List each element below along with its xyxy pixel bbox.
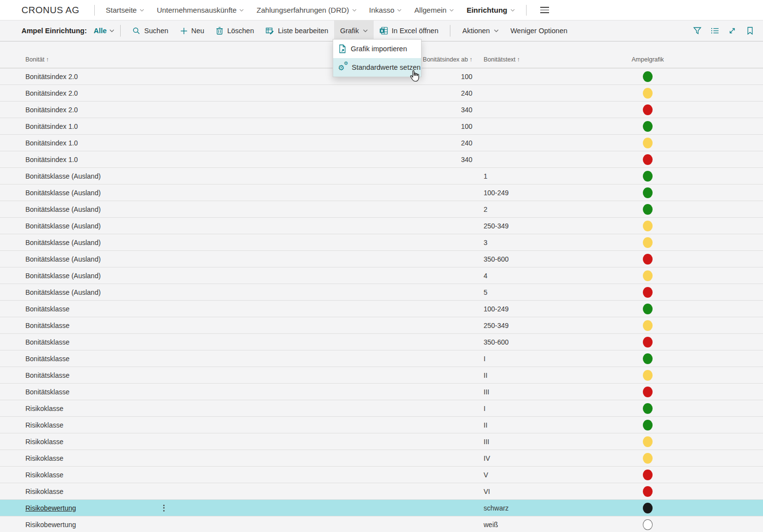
bookmark-icon xyxy=(747,27,753,35)
cell-bonitaet: Bonitätsklasse (Ausland) xyxy=(21,189,143,197)
cell-ampelgrafik xyxy=(586,370,709,381)
table-row[interactable]: Bonitätsklasse (Ausland)2 xyxy=(0,201,763,218)
cell-ampelgrafik xyxy=(586,71,709,82)
table-row[interactable]: RisikoklasseII xyxy=(0,417,763,433)
traffic-light-red-icon xyxy=(643,337,653,348)
table-row[interactable]: Bonitätsklasse (Ausland)1 xyxy=(0,168,763,184)
menu-item-standardwerte-setzen[interactable]: ⚙⚙Standardwerte setzen xyxy=(333,58,421,77)
table-row[interactable]: RisikoklasseI xyxy=(0,400,763,417)
table-row[interactable]: Bonitätsklasse (Ausland)350-600 xyxy=(0,251,763,267)
table-row[interactable]: Risikobewertungschwarz xyxy=(0,500,763,516)
table-row[interactable]: BonitätsklasseI xyxy=(0,350,763,367)
sort-ascending-icon: ↑ xyxy=(46,56,49,63)
table-row[interactable]: Bonitätsklasse100-249 xyxy=(0,301,763,317)
column-header-bonitaetstext[interactable]: Bonitätstext↑ xyxy=(472,56,586,63)
nav-item-allgemein[interactable]: Allgemein xyxy=(414,6,454,14)
nav-item-einrichtung[interactable]: Einrichtung xyxy=(466,6,514,14)
cell-bonitaetsindex-ab: 240 xyxy=(184,139,472,147)
nav-item-startseite[interactable]: Startseite xyxy=(106,6,144,14)
table-row[interactable]: Bonitätsklasse250-349 xyxy=(0,317,763,334)
cell-ampelgrafik xyxy=(586,154,709,165)
edit-list-button[interactable]: Liste bearbeiten xyxy=(260,20,334,41)
cell-bonitaet: Bonitätsindex 1.0 xyxy=(21,139,143,147)
table-row[interactable]: Bonitätsindex 2.0340 xyxy=(0,102,763,118)
table-row[interactable]: Bonitätsindex 1.0100 xyxy=(0,118,763,135)
company-brand[interactable]: CRONUS AG xyxy=(21,5,80,16)
table-row[interactable]: Bonitätsindex 2.0240 xyxy=(0,85,763,102)
traffic-light-red-icon xyxy=(643,254,653,265)
column-header-ampelgrafik[interactable]: Ampelgrafik xyxy=(632,56,664,63)
new-button[interactable]: Neu xyxy=(174,20,211,41)
table-row[interactable]: Bonitätsklasse350-600 xyxy=(0,334,763,350)
cell-bonitaet: Bonitätsklasse xyxy=(21,305,143,313)
bookmark-button[interactable] xyxy=(742,23,757,38)
table-row[interactable]: Bonitätsklasse (Ausland)3 xyxy=(0,234,763,251)
list-view-button[interactable] xyxy=(707,23,722,38)
cell-bonitaetstext: 4 xyxy=(472,272,586,280)
fewer-options-button[interactable]: Weniger Optionen xyxy=(505,20,573,41)
table-row[interactable]: BonitätsklasseII xyxy=(0,367,763,384)
cell-ampelgrafik xyxy=(586,104,709,115)
menu-item-grafik-importieren[interactable]: Grafik importieren xyxy=(333,40,421,58)
cell-bonitaetsindex-ab: 100 xyxy=(184,73,472,81)
table-row[interactable]: BonitätsklasseIII xyxy=(0,384,763,400)
cell-bonitaetsindex-ab: 340 xyxy=(184,106,472,114)
cell-bonitaet: Bonitätsindex 2.0 xyxy=(21,89,143,97)
nav-item-inkasso[interactable]: Inkasso xyxy=(369,6,402,14)
table-row[interactable]: RisikoklasseV xyxy=(0,467,763,483)
traffic-light-green-icon xyxy=(643,171,653,182)
cell-bonitaetstext: schwarz xyxy=(472,504,586,512)
table-row[interactable]: RisikoklasseIV xyxy=(0,450,763,467)
table-row[interactable]: Bonitätsindex 1.0340 xyxy=(0,151,763,168)
top-navigation: CRONUS AG StartseiteUnternehmensauskünft… xyxy=(0,0,763,20)
cell-bonitaet[interactable]: Risikobewertung xyxy=(21,504,143,512)
table-row[interactable]: RisikoklasseIII xyxy=(0,433,763,450)
traffic-light-green-icon xyxy=(643,353,653,364)
table-row[interactable]: Bonitätsklasse (Ausland)250-349 xyxy=(0,218,763,234)
row-more-options-icon[interactable] xyxy=(163,505,165,512)
table-row[interactable]: Bonitätsklasse (Ausland)5 xyxy=(0,284,763,301)
delete-button[interactable]: Löschen xyxy=(210,20,260,41)
chevron-down-icon xyxy=(510,9,515,12)
trash-icon xyxy=(216,27,223,35)
cell-bonitaetstext: 250-349 xyxy=(472,322,586,329)
cell-bonitaet: Bonitätsklasse (Ausland) xyxy=(21,255,143,263)
cell-ampelgrafik xyxy=(586,287,709,298)
cell-ampelgrafik xyxy=(586,237,709,248)
nav-divider xyxy=(94,5,95,16)
chevron-down-icon xyxy=(397,9,402,12)
hamburger-menu-icon[interactable] xyxy=(537,5,552,15)
table-row[interactable]: Bonitätsindex 1.0240 xyxy=(0,135,763,151)
view-filter-dropdown[interactable]: Alle xyxy=(94,27,115,35)
table-row[interactable]: Bonitätsklasse (Ausland)100-249 xyxy=(0,184,763,201)
cell-bonitaetstext: I xyxy=(472,405,586,412)
cell-bonitaetstext: I xyxy=(472,355,586,363)
cell-bonitaetstext: 350-600 xyxy=(472,255,586,263)
expand-button[interactable] xyxy=(725,23,740,38)
table-row[interactable]: RisikoklasseVI xyxy=(0,483,763,500)
page-content: Ampel Einrichtung: Alle Suchen Neu Lösch… xyxy=(0,20,763,532)
cell-ampelgrafik xyxy=(586,387,709,397)
nav-item-zahlungserfahrungen-drd-[interactable]: Zahlungserfahrungen (DRD) xyxy=(256,6,356,14)
actions-menu-button[interactable]: Aktionen xyxy=(456,20,504,41)
cell-bonitaet: Bonitätsklasse (Ausland) xyxy=(21,172,143,180)
grafik-menu-button[interactable]: Grafik xyxy=(334,20,374,41)
cell-bonitaet: Bonitätsklasse xyxy=(21,338,143,346)
search-button[interactable]: Suchen xyxy=(127,20,174,41)
traffic-light-red-icon xyxy=(643,104,653,115)
traffic-light-green-icon xyxy=(643,71,653,82)
column-header-bonitaet[interactable]: Bonität↑ xyxy=(21,56,143,63)
chevron-down-icon xyxy=(140,9,144,12)
filter-button[interactable] xyxy=(690,23,704,38)
cell-bonitaetstext: 250-349 xyxy=(472,222,586,230)
cell-ampelgrafik xyxy=(586,254,709,265)
table-row[interactable]: Risikobewertungweiß xyxy=(0,516,763,532)
table-row[interactable]: Bonitätsklasse (Ausland)4 xyxy=(0,267,763,284)
cell-ampelgrafik xyxy=(586,171,709,182)
traffic-light-red-icon xyxy=(643,470,653,480)
cell-ampelgrafik xyxy=(586,353,709,364)
column-header-bonitaetsindex-ab[interactable]: Bonitätsindex ab↑ xyxy=(184,56,472,63)
nav-item-unternehmensausk-nfte[interactable]: Unternehmensauskünfte xyxy=(157,6,244,14)
open-in-excel-button[interactable]: In Excel öffnen xyxy=(374,20,445,41)
cell-bonitaetstext: VI xyxy=(472,488,586,495)
